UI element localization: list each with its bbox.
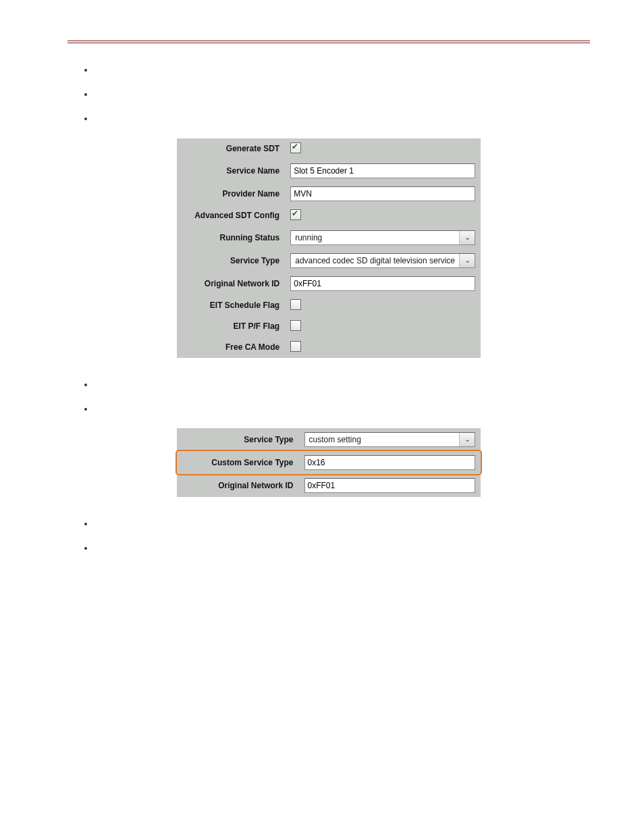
advanced-sdt-label: Advanced SDT Config bbox=[177, 205, 285, 226]
provider-name-label: Provider Name bbox=[177, 182, 285, 205]
running-status-label: Running Status bbox=[177, 226, 285, 249]
orig-network-id-label: Original Network ID bbox=[177, 272, 285, 295]
service-type-value-2: custom setting bbox=[305, 433, 460, 446]
chevron-down-icon: ⌄ bbox=[459, 254, 475, 267]
custom-service-type-input[interactable] bbox=[304, 455, 476, 470]
service-type-label: Service Type bbox=[177, 249, 285, 272]
bullet-item bbox=[95, 402, 590, 415]
generate-sdt-checkbox[interactable] bbox=[290, 142, 301, 153]
service-type-select-2[interactable]: custom setting ⌄ bbox=[304, 432, 476, 447]
eit-schedule-checkbox[interactable] bbox=[290, 299, 301, 310]
bullet-item bbox=[95, 542, 590, 554]
bullet-list-1 bbox=[95, 63, 590, 125]
eit-schedule-label: EIT Schedule Flag bbox=[177, 295, 285, 316]
free-ca-checkbox[interactable] bbox=[290, 341, 301, 352]
chevron-down-icon: ⌄ bbox=[459, 433, 475, 446]
sdt-config-panel: Generate SDT Service Name Provider Name … bbox=[177, 138, 481, 358]
header-divider bbox=[68, 41, 590, 43]
page: Generate SDT Service Name Provider Name … bbox=[0, 0, 644, 834]
bullet-list-3 bbox=[95, 517, 590, 554]
free-ca-label: Free CA Mode bbox=[177, 337, 285, 358]
advanced-sdt-checkbox[interactable] bbox=[290, 209, 301, 220]
bullet-item bbox=[95, 517, 590, 529]
orig-network-id-label-2: Original Network ID bbox=[177, 474, 299, 497]
bullet-list-2 bbox=[95, 378, 590, 415]
bullet-item bbox=[95, 112, 590, 124]
custom-service-type-label: Custom Service Type bbox=[177, 451, 299, 474]
bullet-item bbox=[95, 378, 590, 390]
service-name-input[interactable] bbox=[290, 163, 475, 178]
service-type-select[interactable]: advanced codec SD digital television ser… bbox=[290, 253, 475, 268]
eit-pf-checkbox[interactable] bbox=[290, 320, 301, 331]
service-type-label-2: Service Type bbox=[177, 428, 299, 451]
running-status-value: running bbox=[291, 231, 459, 244]
orig-network-id-input-2[interactable] bbox=[304, 478, 476, 493]
orig-network-id-input[interactable] bbox=[290, 276, 475, 291]
service-type-value: advanced codec SD digital television ser… bbox=[291, 254, 459, 267]
chevron-down-icon: ⌄ bbox=[459, 231, 475, 244]
running-status-select[interactable]: running ⌄ bbox=[290, 230, 475, 245]
bullet-item bbox=[95, 63, 590, 76]
bullet-item bbox=[95, 88, 590, 100]
eit-pf-label: EIT P/F Flag bbox=[177, 316, 285, 337]
custom-service-panel: Service Type custom setting ⌄ Custom Ser… bbox=[177, 428, 481, 497]
generate-sdt-label: Generate SDT bbox=[177, 138, 285, 159]
service-name-label: Service Name bbox=[177, 159, 285, 182]
provider-name-input[interactable] bbox=[290, 186, 475, 201]
